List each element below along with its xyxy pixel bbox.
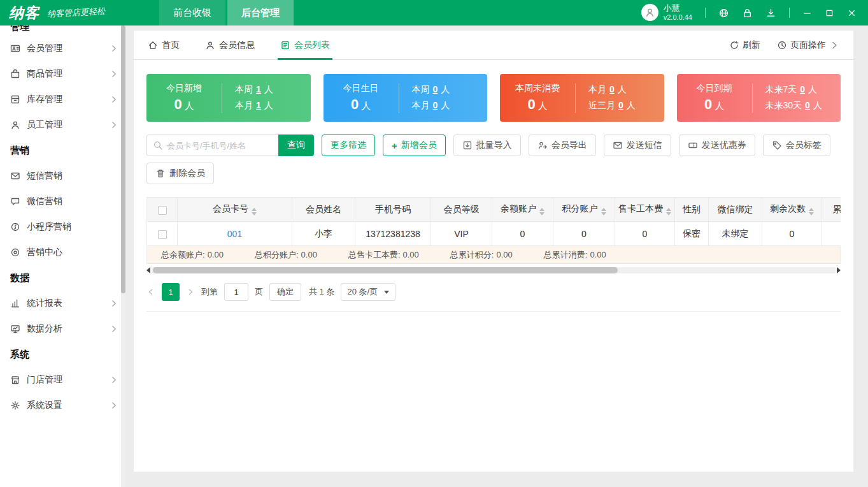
app-version: v2.0.0.44 <box>664 13 692 22</box>
refresh-button[interactable]: 刷新 <box>729 40 760 51</box>
sidebar-item-analysis[interactable]: 数据分析 <box>0 316 125 342</box>
maximize-icon[interactable] <box>825 8 834 18</box>
nav-tab-backend[interactable]: 后台管理 <box>227 0 294 25</box>
scrollbar-track[interactable] <box>152 267 836 273</box>
chevron-right-icon <box>829 40 839 50</box>
sidebar-item-label: 商品管理 <box>27 68 62 80</box>
bar-chart-icon <box>10 298 20 309</box>
sidebar-item-store-mgmt[interactable]: 门店管理 <box>0 367 125 393</box>
lock-icon[interactable] <box>742 8 753 18</box>
chevron-right-icon <box>109 298 119 309</box>
globe-icon[interactable] <box>718 8 729 18</box>
sidebar-item-marketing-center[interactable]: 营销中心 <box>0 240 125 265</box>
sidebar-item-label: 营销中心 <box>27 247 62 258</box>
sidebar-item-sms-marketing[interactable]: 短信营销 <box>0 163 125 189</box>
header-points[interactable]: 积分账户 <box>553 198 615 222</box>
select-all-checkbox[interactable] <box>158 206 167 215</box>
sort-icon[interactable] <box>252 208 257 215</box>
sidebar-item-system-settings[interactable]: 系统设置 <box>0 393 125 418</box>
page-actions-button[interactable]: 页面操作 <box>777 40 839 51</box>
scroll-left-arrow-icon[interactable] <box>146 267 150 273</box>
search-icon <box>153 140 163 150</box>
sort-icon[interactable] <box>539 208 544 215</box>
cell-wechat-bind: 未绑定 <box>709 222 762 246</box>
batch-import-button[interactable]: 批量导入 <box>453 134 521 156</box>
sort-icon[interactable] <box>809 208 814 215</box>
horizontal-scrollbar[interactable] <box>146 266 841 274</box>
cell-remaining: 0 <box>762 222 822 246</box>
header-total-points[interactable]: 累积积分 <box>822 198 841 222</box>
send-coupon-button[interactable]: 发送优惠券 <box>679 134 755 156</box>
header-gender: 性别 <box>675 198 709 222</box>
header-card-no[interactable]: 会员卡号 <box>178 198 292 222</box>
send-sms-button[interactable]: 发送短信 <box>604 134 671 156</box>
search-button[interactable]: 查询 <box>278 134 314 156</box>
stat-line: 近三月0人 <box>588 100 664 112</box>
download-icon[interactable] <box>765 8 776 18</box>
header-card-fee[interactable]: 售卡工本费 <box>615 198 675 222</box>
add-member-button[interactable]: + 新增会员 <box>383 134 446 156</box>
scroll-right-arrow-icon[interactable] <box>837 267 841 273</box>
tab-member-list[interactable]: 会员列表 <box>280 31 330 60</box>
export-icon <box>537 140 548 150</box>
minimize-icon[interactable] <box>802 8 812 18</box>
sidebar-scrollbar-thumb[interactable] <box>121 25 125 293</box>
home-icon <box>148 40 158 50</box>
sidebar-item-staff-mgmt[interactable]: 员工管理 <box>0 112 125 138</box>
button-label: 新增会员 <box>401 140 437 151</box>
next-page-icon[interactable] <box>186 287 195 296</box>
row-checkbox[interactable] <box>158 230 167 239</box>
more-filters-button[interactable]: 更多筛选 <box>322 134 375 156</box>
sort-icon[interactable] <box>666 208 671 215</box>
sidebar-item-member-mgmt[interactable]: 会员管理 <box>0 36 125 61</box>
close-icon[interactable] <box>847 8 857 18</box>
logo: 纳客 纳客管店更轻松 <box>0 0 159 25</box>
stat-card-new-today[interactable]: 今日新增 0人 本周1人 本月1人 <box>146 74 311 122</box>
stat-cards: 今日新增 0人 本周1人 本月1人 今日生日 0人 <box>146 74 841 122</box>
header-balance[interactable]: 余额账户 <box>492 198 553 222</box>
header-name: 会员姓名 <box>292 198 355 222</box>
sidebar-item-report[interactable]: 统计报表 <box>0 291 125 316</box>
scrollbar-thumb[interactable] <box>153 267 618 273</box>
header-phone: 手机号码 <box>355 198 431 222</box>
page-size-select[interactable]: 20 条/页 <box>341 283 395 301</box>
current-page-button[interactable]: 1 <box>162 283 180 301</box>
stat-card-no-spend-week[interactable]: 本周未消费 0人 本月0人 近三月0人 <box>500 74 664 122</box>
cell-gender: 保密 <box>675 222 709 246</box>
card-no-link[interactable]: 001 <box>227 229 242 239</box>
goto-prefix-label: 到第 <box>201 286 218 298</box>
sort-icon[interactable] <box>601 208 606 215</box>
stat-card-birthday-today[interactable]: 今日生日 0人 本周0人 本月0人 <box>324 74 488 122</box>
prev-page-icon[interactable] <box>146 287 155 296</box>
sidebar-section-system: 系统 <box>0 342 125 367</box>
member-tag-button[interactable]: 会员标签 <box>763 134 830 156</box>
summary-row: 总余额账户:0.00 总积分账户:0.00 总售卡工本费:0.00 总累计积分:… <box>146 246 841 264</box>
tab-member-info[interactable]: 会员信息 <box>205 31 255 60</box>
sidebar-item-miniprogram-marketing[interactable]: 小程序营销 <box>0 214 125 240</box>
confirm-page-button[interactable]: 确定 <box>269 283 301 301</box>
delete-member-button[interactable]: 删除会员 <box>146 163 214 184</box>
stat-line: 未来30天0人 <box>765 100 841 112</box>
staff-icon <box>10 120 20 130</box>
total-count-label: 共 1 条 <box>309 286 334 298</box>
table-header-row: 会员卡号 会员姓名 手机号码 会员等级 余额账户 积分账户 售卡工本费 性别 微… <box>147 198 841 222</box>
member-card-icon <box>10 43 20 54</box>
page-actions-label: 页面操作 <box>790 40 826 51</box>
cell-points: 0 <box>553 222 615 246</box>
user-info[interactable]: 小慧 v2.0.0.44 <box>641 4 692 22</box>
gear-icon <box>10 400 20 411</box>
target-icon <box>10 247 20 258</box>
table-row[interactable]: 001 小李 13712381238 VIP 0 0 0 保密 未绑定 0 <box>147 222 841 246</box>
stat-card-left: 今日新增 0人 <box>146 83 222 113</box>
sidebar-item-inventory-mgmt[interactable]: 库存管理 <box>0 87 125 112</box>
search-input[interactable] <box>167 141 273 150</box>
stat-card-expire-today[interactable]: 今日到期 0人 未来7天0人 未来30天0人 <box>677 74 841 122</box>
tab-home[interactable]: 首页 <box>148 31 180 60</box>
sidebar-item-wechat-marketing[interactable]: 微信营销 <box>0 189 125 214</box>
sidebar-item-goods-mgmt[interactable]: 商品管理 <box>0 61 125 87</box>
goto-page-input[interactable] <box>224 283 248 301</box>
sidebar-scrollbar[interactable] <box>121 25 125 487</box>
member-export-button[interactable]: 会员导出 <box>529 134 596 156</box>
nav-tab-cashier[interactable]: 前台收银 <box>159 0 225 25</box>
header-remaining[interactable]: 剩余次数 <box>762 198 822 222</box>
